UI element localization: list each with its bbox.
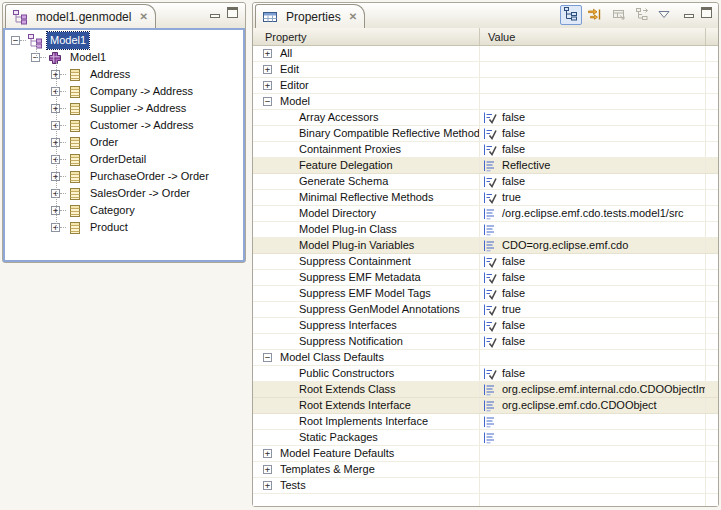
property-value-cell[interactable]: false xyxy=(480,318,706,333)
property-value-cell[interactable] xyxy=(480,94,706,109)
close-icon[interactable]: ✕ xyxy=(139,11,147,22)
minimize-icon[interactable] xyxy=(210,14,220,18)
property-category-row[interactable]: +Edit xyxy=(253,62,718,78)
property-category-row[interactable]: +Editor xyxy=(253,78,718,94)
boolean-value-icon xyxy=(482,110,498,125)
property-category-row[interactable]: +Tests xyxy=(253,478,718,494)
property-value-cell[interactable]: org.eclipse.emf.internal.cdo.CDOObjectIm… xyxy=(480,382,706,397)
collapse-toggle-icon[interactable]: − xyxy=(263,97,272,106)
tree-item[interactable]: +Customer -> Address xyxy=(5,117,243,134)
pin-button[interactable] xyxy=(632,5,654,25)
property-row[interactable]: Minimal Reflective Methodstrue xyxy=(253,190,718,206)
tab-model1-genmodel[interactable]: model1.genmodel ✕ xyxy=(5,4,156,28)
tree-item[interactable]: +PurchaseOrder -> Order xyxy=(5,168,243,185)
property-row[interactable]: Public Constructorsfalse xyxy=(253,366,718,382)
property-value-cell[interactable]: true xyxy=(480,190,706,205)
restore-default-button[interactable] xyxy=(608,5,630,25)
property-row[interactable]: Static Packages xyxy=(253,430,718,446)
column-header-property[interactable]: Property xyxy=(253,28,480,45)
expand-toggle-icon[interactable]: + xyxy=(263,481,272,490)
property-value-cell[interactable] xyxy=(480,462,706,477)
property-row[interactable]: Generate Schemafalse xyxy=(253,174,718,190)
expand-toggle-icon[interactable]: + xyxy=(263,49,272,58)
property-value-cell[interactable] xyxy=(480,350,706,365)
property-category-row[interactable]: −Model xyxy=(253,94,718,110)
show-advanced-button[interactable] xyxy=(584,5,606,25)
property-row[interactable]: Containment Proxiesfalse xyxy=(253,142,718,158)
property-value-cell[interactable]: false xyxy=(480,126,706,141)
property-category-row[interactable]: +All xyxy=(253,46,718,62)
property-value-cell[interactable]: false xyxy=(480,270,706,285)
property-row[interactable]: Suppress EMF Model Tagsfalse xyxy=(253,286,718,302)
property-value-cell[interactable]: org.eclipse.emf.cdo.CDOObject xyxy=(480,398,706,413)
property-value-cell[interactable]: false xyxy=(480,110,706,125)
property-value-cell[interactable]: false xyxy=(480,142,706,157)
tree-item[interactable]: −Model1 xyxy=(5,49,243,66)
property-value-cell[interactable]: false xyxy=(480,334,706,349)
maximize-icon[interactable] xyxy=(227,7,238,18)
property-row[interactable]: Suppress Containmentfalse xyxy=(253,254,718,270)
property-category-row[interactable]: +Model Feature Defaults xyxy=(253,446,718,462)
tree-item[interactable]: +Company -> Address xyxy=(5,83,243,100)
close-icon[interactable]: ✕ xyxy=(349,11,357,22)
property-value: false xyxy=(502,318,525,333)
view-menu-button[interactable] xyxy=(656,5,672,25)
property-row[interactable]: Suppress Notificationfalse xyxy=(253,334,718,350)
boolean-value-icon xyxy=(482,318,498,333)
property-row[interactable]: Root Implements Interface xyxy=(253,414,718,430)
property-value-cell[interactable]: false xyxy=(480,174,706,189)
property-value-cell[interactable] xyxy=(480,446,706,461)
tree-item[interactable]: +Product xyxy=(5,219,243,236)
property-row[interactable]: Root Extends Classorg.eclipse.emf.intern… xyxy=(253,382,718,398)
tree-item[interactable]: +Order xyxy=(5,134,243,151)
property-row[interactable]: Feature DelegationReflective xyxy=(253,158,718,174)
property-value-cell[interactable]: CDO=org.eclipse.emf.cdo xyxy=(480,238,706,253)
property-value-cell[interactable] xyxy=(480,414,706,429)
column-header-value[interactable]: Value xyxy=(480,28,706,45)
property-value-cell[interactable] xyxy=(480,46,706,61)
category-label: All xyxy=(280,46,292,61)
tree-item[interactable]: +Address xyxy=(5,66,243,83)
property-row[interactable]: Model Plug-in Class xyxy=(253,222,718,238)
expand-toggle-icon[interactable]: + xyxy=(263,465,272,474)
property-value-cell[interactable] xyxy=(480,62,706,77)
boolean-value-icon xyxy=(482,190,498,205)
property-value-cell[interactable]: false xyxy=(480,254,706,269)
property-row[interactable]: Suppress Interfacesfalse xyxy=(253,318,718,334)
collapse-toggle-icon[interactable]: − xyxy=(11,36,20,45)
property-category-row[interactable]: −Model Class Defaults xyxy=(253,350,718,366)
tab-properties[interactable]: Properties ✕ xyxy=(255,4,365,28)
property-value-cell[interactable]: false xyxy=(480,366,706,381)
property-value-cell[interactable]: Reflective xyxy=(480,158,706,173)
show-categories-button[interactable] xyxy=(560,5,582,25)
property-value-cell[interactable] xyxy=(480,478,706,493)
expand-toggle-icon[interactable]: + xyxy=(263,65,272,74)
tree-connector xyxy=(60,74,66,75)
collapse-toggle-icon[interactable]: − xyxy=(263,353,272,362)
expand-toggle-icon[interactable]: + xyxy=(263,81,272,90)
property-row[interactable]: Suppress EMF Metadatafalse xyxy=(253,270,718,286)
minimize-icon[interactable] xyxy=(684,14,694,18)
tree-item[interactable]: +Supplier -> Address xyxy=(5,100,243,117)
tree-item[interactable]: +OrderDetail xyxy=(5,151,243,168)
tree-connector xyxy=(60,193,66,194)
property-row[interactable]: Root Extends Interfaceorg.eclipse.emf.cd… xyxy=(253,398,718,414)
property-value-cell[interactable] xyxy=(480,78,706,93)
property-row[interactable]: Suppress GenModel Annotationstrue xyxy=(253,302,718,318)
property-value-cell[interactable]: /org.eclipse.emf.cdo.tests.model1/src xyxy=(480,206,706,221)
property-category-row[interactable]: +Templates & Merge xyxy=(253,462,718,478)
property-row[interactable]: Binary Compatible Reflective Methodsfals… xyxy=(253,126,718,142)
tree-connector xyxy=(60,210,66,211)
tree-item[interactable]: +Category xyxy=(5,202,243,219)
property-value-cell[interactable]: false xyxy=(480,286,706,301)
property-row[interactable]: Array Accessorsfalse xyxy=(253,110,718,126)
property-value-cell[interactable] xyxy=(480,222,706,237)
property-row[interactable]: Model Plug-in VariablesCDO=org.eclipse.e… xyxy=(253,238,718,254)
property-value-cell[interactable]: true xyxy=(480,302,706,317)
expand-toggle-icon[interactable]: + xyxy=(263,449,272,458)
tree-item[interactable]: +SalesOrder -> Order xyxy=(5,185,243,202)
maximize-icon[interactable] xyxy=(701,7,712,18)
property-row[interactable]: Model Directory/org.eclipse.emf.cdo.test… xyxy=(253,206,718,222)
property-value-cell[interactable] xyxy=(480,430,706,445)
tree-item[interactable]: −Model1 xyxy=(5,32,243,49)
